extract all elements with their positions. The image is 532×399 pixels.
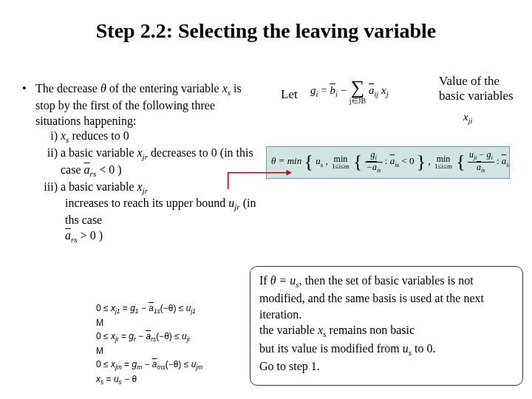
item-ii-text: a basic variable xjr decreases to 0 (in …	[61, 146, 259, 180]
sum-sub: j∈JB	[349, 98, 366, 105]
left-column: • The decrease θ of the entering variabl…	[22, 81, 259, 245]
min-top: min	[330, 154, 351, 163]
t: but its value is modified from	[259, 342, 403, 355]
item-ii: ii) a basic variable xjr decreases to 0 …	[35, 146, 259, 180]
frac1: gi −ais	[365, 150, 383, 174]
x: x	[137, 146, 143, 159]
abar: a	[65, 228, 71, 244]
slide-title: Step 2.2: Selecting the leaving variable	[0, 19, 532, 43]
theta: θ	[100, 82, 106, 95]
s: ms	[157, 364, 166, 371]
u: u	[403, 342, 409, 355]
t: 0 ≤	[96, 303, 111, 313]
lhs: θ = min	[271, 155, 301, 166]
rel: < 0	[96, 163, 115, 176]
rel: > 0	[78, 229, 96, 242]
a: a	[152, 358, 157, 371]
t: of the entering variable	[106, 82, 222, 95]
sys-dots: M	[96, 316, 251, 330]
x: x	[381, 84, 386, 96]
t: If	[259, 274, 270, 287]
t: (−θ) ≤	[156, 331, 182, 341]
s: 1s	[154, 307, 160, 315]
t: =	[122, 359, 132, 369]
x: x	[463, 111, 468, 123]
t: 0 ≤	[96, 331, 111, 341]
rel: < 0	[399, 155, 414, 166]
t: −	[136, 331, 146, 341]
theta-formula-box: θ = min { us , min1≤i≤m { gi −ais : ais …	[266, 146, 510, 179]
sys-row-1: 0 ≤ xj1 = g1 − a1s(−θ) ≤ uj1	[96, 301, 251, 316]
sub: ji	[468, 117, 473, 125]
brace-r2: }	[417, 154, 426, 170]
roman-iii: iii)	[35, 180, 61, 245]
sub: is	[377, 167, 381, 174]
sys-row-m: 0 ≤ xjm = gm − ams(−θ) ≤ ujm	[96, 358, 251, 372]
u: u	[114, 374, 119, 384]
value-label: Value of the basic variables	[439, 74, 520, 103]
a: a	[149, 301, 154, 315]
brace-l2: {	[353, 154, 362, 170]
let-label: Let	[281, 87, 298, 102]
sys-row-xs: xs = us − θ	[96, 372, 251, 387]
t: remains non basic	[327, 324, 415, 336]
t: − θ	[122, 374, 137, 384]
s: jr	[187, 335, 191, 343]
minus: −	[477, 149, 487, 160]
brace-l3: {	[456, 154, 465, 170]
t: =	[120, 303, 130, 313]
g: g	[130, 303, 135, 313]
sub: s	[321, 161, 324, 168]
frac2: uji − gi ais	[468, 150, 494, 174]
item-i: i) xs reduces to 0	[35, 129, 259, 146]
g: g	[129, 331, 134, 341]
sys-row-r: 0 ≤ xjr = gr − ars(−θ) ≤ ujr	[96, 330, 251, 344]
sub: jr	[234, 203, 239, 212]
t: )	[96, 229, 103, 242]
t: =	[103, 374, 114, 384]
bullet-dot: •	[22, 81, 35, 245]
item-iii-text: a basic variable xjr increases to reach …	[61, 180, 259, 245]
min1: min1≤i≤m	[330, 154, 351, 170]
bbar: b	[330, 84, 335, 97]
sys-dots2: M	[96, 344, 251, 358]
t: (−θ) ≤	[166, 359, 191, 369]
equation-gi: gi = bi − ∑j∈JB aij xj	[310, 78, 389, 105]
roman-i: i)	[35, 129, 61, 146]
t: =	[119, 331, 129, 341]
min-bot: 1≤i≤m	[330, 163, 351, 170]
abar: a	[84, 163, 90, 178]
minus: −	[338, 84, 349, 96]
t: a basic variable	[61, 146, 137, 159]
t: (−θ) ≤	[160, 303, 186, 313]
u: u	[182, 331, 187, 341]
item-i-text: xs reduces to 0	[61, 129, 129, 146]
xs: x	[222, 82, 228, 95]
sub: is	[506, 161, 510, 168]
theta-eq-us: θ = u	[270, 274, 296, 287]
t: 0 ≤	[96, 359, 111, 369]
x: x	[137, 180, 143, 193]
sub: i	[375, 154, 377, 161]
t: to 0.	[412, 342, 435, 355]
sub: jr	[143, 186, 148, 195]
a: −a	[366, 163, 377, 171]
sum: ∑j∈JB	[349, 78, 366, 105]
bullet-text: The decrease θ of the entering variable …	[35, 81, 259, 245]
system-inequalities: 0 ≤ xj1 = g1 − a1s(−θ) ≤ uj1 M 0 ≤ xjr =…	[96, 301, 251, 387]
min2: min1≤i≤m	[433, 154, 454, 170]
t: −	[139, 303, 149, 313]
t: the variable	[259, 324, 318, 336]
min-bot: 1≤i≤m	[433, 163, 454, 170]
note-l3: but its value is modified from us to 0.	[259, 341, 514, 358]
note-l2: the variable xs remains non basic	[259, 322, 514, 340]
sub: rs	[71, 235, 78, 244]
t: a basic variable	[61, 180, 137, 193]
item-iii: iii) a basic variable xjr increases to r…	[35, 180, 259, 245]
min-top: min	[433, 154, 454, 163]
sub: is	[481, 167, 485, 174]
roman-ii: ii)	[35, 146, 61, 180]
xji-var: xji	[463, 111, 473, 125]
sub: rs	[90, 169, 97, 178]
t: increases to reach its upper bound	[65, 197, 228, 209]
